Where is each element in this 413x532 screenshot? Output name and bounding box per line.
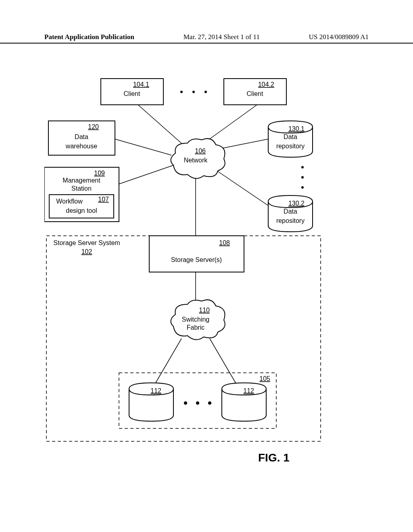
repo1-num: 130.1: [288, 125, 305, 132]
repo1-label2: repository: [276, 143, 305, 150]
client-1-num: 104.1: [133, 81, 149, 88]
sf-num: 110: [199, 307, 210, 314]
figure-diagram: 104.1 Client 104.2 Client 120 Data wareh…: [44, 77, 359, 455]
sss-num: 102: [81, 248, 92, 255]
network-cloud: 106 Network: [171, 139, 225, 179]
mgmt-label2: Station: [71, 185, 92, 192]
svg-line-2: [115, 139, 171, 155]
svg-line-1: [206, 104, 258, 142]
client-2-num: 104.2: [258, 81, 274, 88]
svg-line-4: [218, 139, 268, 149]
disk-2-cylinder: 112: [222, 383, 266, 421]
disk-1-cylinder: 112: [129, 383, 173, 421]
wf-label1: Workflow: [56, 198, 83, 205]
disk2-num: 112: [243, 387, 254, 394]
disk1-num: 112: [150, 387, 161, 394]
repo2-label1: Data: [284, 208, 297, 215]
svg-point-13: [204, 91, 207, 93]
data-repo-2-cylinder: 130.2 Data repository: [268, 195, 313, 232]
header-right: US 2014/0089809 A1: [309, 33, 369, 41]
svg-point-11: [180, 91, 183, 93]
repo2-num: 130.2: [288, 200, 305, 207]
disks-num: 105: [259, 375, 270, 382]
figure-caption: FIG. 1: [258, 451, 290, 464]
srv-label: Storage Server(s): [171, 256, 222, 263]
svg-line-3: [115, 165, 173, 185]
mgmt-num: 109: [94, 170, 105, 177]
svg-line-9: [210, 339, 238, 387]
svg-point-18: [301, 176, 304, 179]
svg-line-0: [137, 104, 184, 145]
diagram-svg: 104.1 Client 104.2 Client 120 Data wareh…: [44, 77, 359, 455]
data-warehouse-box: 120 Data warehouse: [48, 121, 115, 155]
clients-ellipsis: [180, 91, 207, 93]
wf-label2: design tool: [66, 207, 97, 214]
client-2-label: Client: [247, 90, 263, 97]
svg-point-21: [184, 401, 187, 405]
repo2-label2: repository: [276, 217, 305, 224]
dw-label2: warehouse: [65, 143, 97, 150]
sf-label1: Switching: [182, 316, 209, 323]
header-mid: Mar. 27, 2014 Sheet 1 of 11: [184, 33, 260, 41]
client-1-label: Client: [124, 90, 140, 97]
svg-line-5: [212, 167, 268, 206]
svg-point-12: [192, 91, 195, 93]
svg-point-23: [208, 401, 211, 405]
switching-fabric-cloud: 110 Switching Fabric: [171, 300, 225, 340]
svg-point-19: [301, 186, 304, 189]
page-header: Patent Application Publication Mar. 27, …: [0, 33, 413, 44]
sf-label2: Fabric: [187, 324, 204, 331]
svg-line-8: [153, 339, 181, 387]
repo-ellipsis: [301, 166, 304, 189]
srv-num: 108: [219, 239, 230, 246]
storage-servers-box: 108 Storage Server(s): [149, 236, 244, 272]
client-2-box: 104.2 Client: [224, 79, 286, 105]
mgmt-label1: Management: [63, 177, 100, 184]
sss-label: Storage Server System: [53, 239, 120, 246]
net-label: Network: [184, 157, 208, 164]
wf-num: 107: [98, 196, 109, 203]
net-num: 106: [195, 148, 206, 154]
repo1-label1: Data: [284, 133, 297, 140]
data-repo-1-cylinder: 130.1 Data repository: [268, 121, 313, 157]
disks-ellipsis: [184, 401, 211, 405]
page: Patent Application Publication Mar. 27, …: [0, 0, 413, 532]
management-station-box: 109 Management Station 107 Workflow desi…: [44, 167, 119, 222]
dw-num: 120: [88, 123, 99, 130]
dw-label1: Data: [75, 133, 88, 140]
header-left: Patent Application Publication: [44, 33, 134, 41]
svg-point-22: [196, 401, 199, 405]
svg-point-17: [301, 166, 304, 168]
client-1-box: 104.1 Client: [101, 79, 163, 105]
